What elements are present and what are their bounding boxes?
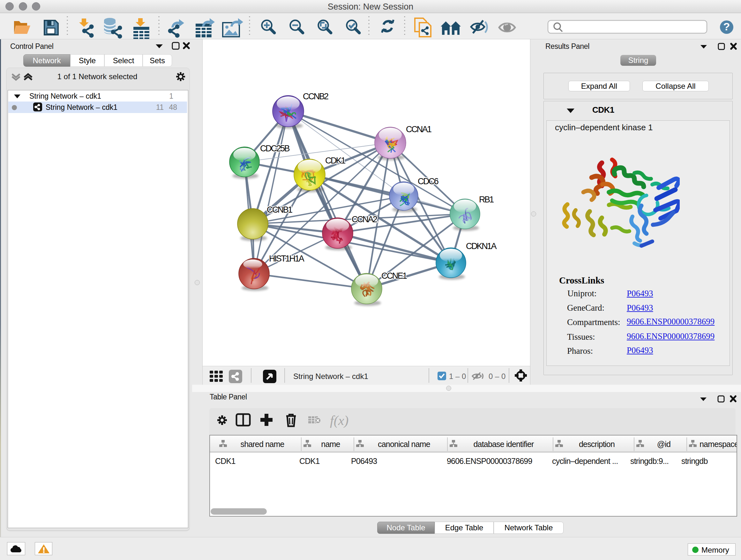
svg-text:0 – 0: 0 – 0 <box>488 372 506 381</box>
svg-text:name: name <box>321 440 340 449</box>
svg-text:1 – 0: 1 – 0 <box>449 372 466 381</box>
svg-text:stringdb:9...: stringdb:9... <box>630 456 669 465</box>
svg-text:CCNB2: CCNB2 <box>303 91 328 101</box>
svg-text:CDK1: CDK1 <box>325 156 345 165</box>
svg-text:P06493: P06493 <box>351 456 377 465</box>
svg-text:stringdb: stringdb <box>681 456 708 465</box>
svg-text:HIST1H1A: HIST1H1A <box>269 254 305 263</box>
svg-text:String Network – cdk1: String Network – cdk1 <box>293 372 368 381</box>
svg-text:database identifier: database identifier <box>473 440 534 449</box>
svg-text:CCNA2: CCNA2 <box>352 214 377 224</box>
svg-text:cyclin–dependent ...: cyclin–dependent ... <box>552 456 618 465</box>
svg-text:CDC25B: CDC25B <box>260 144 290 153</box>
svg-text:CCNE1: CCNE1 <box>381 271 407 281</box>
svg-text:namespace: namespace <box>699 440 737 449</box>
svg-text:shared name: shared name <box>240 440 284 449</box>
svg-text:CDC6: CDC6 <box>418 177 439 186</box>
svg-text:@id: @id <box>657 440 670 449</box>
svg-text:CDKN1A: CDKN1A <box>466 241 497 251</box>
svg-text:f(x): f(x) <box>330 413 348 428</box>
svg-text:canonical name: canonical name <box>378 440 430 449</box>
svg-text:9606.ENSP00000378699: 9606.ENSP00000378699 <box>447 456 532 465</box>
svg-text:RB1: RB1 <box>479 195 494 204</box>
svg-text:CCNB1: CCNB1 <box>267 205 292 214</box>
svg-text:CDK1: CDK1 <box>215 456 235 465</box>
svg-text:CCNA1: CCNA1 <box>406 125 431 134</box>
svg-text:?: ? <box>724 20 730 33</box>
svg-text:description: description <box>579 440 615 449</box>
svg-text:CDK1: CDK1 <box>299 456 320 465</box>
